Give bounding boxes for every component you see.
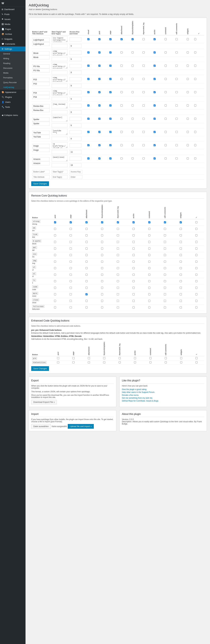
sidebar-item-addquicktag[interactable]: AddQuicktag (0, 85, 25, 90)
rc-checkbox-page-ol[interactable] (70, 274, 72, 276)
quicktag-checkbox-all-spoiler[interactable] (194, 118, 196, 120)
quicktag-checkbox-widgets-movie[interactable] (187, 52, 189, 54)
quicktag-checkbox-tinymcetemplates-image[interactable] (132, 144, 134, 146)
rc-checkbox-tinymcetemplates-link[interactable] (101, 234, 103, 236)
quicktag-label-input-ps3[interactable] (32, 78, 50, 82)
rc-checkbox-post-more[interactable] (54, 293, 56, 295)
quicktag-checkbox-archiv-image[interactable] (154, 144, 156, 146)
quicktag-order-input-movie[interactable] (69, 57, 81, 61)
rc-checkbox-post-fullscreen[interactable] (54, 306, 56, 308)
rc-checkbox-deprecated_log-ul[interactable] (117, 267, 119, 269)
rc-checkbox-tinymcetemplates-b-quote[interactable] (101, 241, 103, 243)
quicktag-checkbox-comment-movie[interactable] (165, 52, 167, 54)
new-end-tag-input[interactable] (52, 175, 68, 179)
quicktag-start-textarea-amazon[interactable] (52, 155, 68, 162)
rc-checkbox-deprecated_log-code[interactable] (117, 287, 119, 289)
quicktag-checkbox-archiv-ps4[interactable] (154, 91, 156, 93)
quicktag-label-input-review_box[interactable] (32, 104, 50, 108)
quicktag-checkbox-deprecated_log-youtube[interactable] (143, 131, 145, 133)
quicktag-start-textarea-ps4[interactable] (52, 89, 68, 95)
rc-checkbox-post-ol[interactable] (54, 274, 56, 276)
quicktag-checkbox-widgets-review_box[interactable] (187, 104, 189, 106)
quicktag-title-input-review_box[interactable] (32, 108, 50, 112)
quicktag-access-input-youtube[interactable] (69, 130, 81, 134)
rc-checkbox-attachment-b-quote[interactable] (85, 241, 88, 243)
rc-checkbox-deprecated_log-li[interactable] (117, 280, 119, 282)
rc-checkbox-deprecated_log-close[interactable] (117, 300, 119, 302)
rc-checkbox-comment-ins[interactable] (148, 254, 150, 256)
new-title-attr-input[interactable] (32, 175, 50, 179)
sidebar-item-settings[interactable]: ⚙ Settings (0, 46, 25, 52)
quicktag-checkbox-deprecated_log-amazon[interactable] (143, 158, 145, 160)
quicktag-checkbox-deprecated_log-ps3[interactable] (143, 78, 145, 80)
quicktag-checkbox-edit_comments-movie[interactable] (176, 52, 178, 54)
quicktag-access-input-ps3[interactable] (69, 77, 81, 81)
quicktag-checkbox-tinymcetemplates-ps_vita[interactable] (132, 65, 134, 67)
quicktag-checkbox-comment-ps4[interactable] (165, 91, 167, 93)
quicktag-checkbox-archiv-ps3[interactable] (154, 78, 156, 80)
quicktag-label-input-ps_vita[interactable] (32, 64, 50, 68)
rc-checkbox-post-li[interactable] (54, 280, 56, 282)
like-plugin-link-4[interactable]: GitHub Repo for Contribute, Issues & Bug… (122, 400, 205, 402)
quicktag-access-input-review_box[interactable] (69, 104, 81, 108)
quicktag-checkbox-edit_comments-login_logout[interactable] (176, 38, 178, 40)
rc-checkbox-widgets-more[interactable] (180, 293, 182, 295)
quicktag-checkbox-edit_comments-amazon[interactable] (176, 158, 178, 160)
rc-checkbox-tinymcetemplates-fullscreen[interactable] (101, 306, 103, 308)
quicktag-checkbox-archiv-ps_vita[interactable] (154, 65, 156, 67)
sidebar-item-tools[interactable]: 🔧 Tools (0, 104, 25, 110)
rc-checkbox-widgets-img[interactable] (180, 260, 182, 262)
quicktag-order-input-ps4[interactable] (69, 97, 81, 101)
quicktag-checkbox-deprecated_log-movie[interactable] (143, 52, 145, 54)
rc-checkbox-comment-link[interactable] (148, 234, 150, 236)
quicktag-checkbox-all-amazon[interactable] (194, 158, 196, 160)
quicktag-order-input-youtube[interactable] (69, 137, 81, 141)
quicktag-title-input-amazon[interactable] (32, 162, 50, 165)
quicktag-checkbox-attachment-ps_vita[interactable] (121, 65, 123, 67)
new-start-tag-input[interactable] (52, 170, 68, 174)
rc-checkbox-page-code[interactable] (70, 287, 72, 289)
rc-checkbox-tinymcetemplates-ins[interactable] (101, 254, 103, 256)
rc-checkbox-widgets-del[interactable] (180, 248, 182, 250)
rc-checkbox-page-img[interactable] (70, 260, 72, 262)
quicktag-end-input-ps_vita[interactable] (52, 70, 68, 74)
quicktag-checkbox-comment-login_logout[interactable] (165, 38, 167, 40)
rc-checkbox-post-close[interactable] (54, 300, 56, 302)
quicktag-checkbox-deprecated_log-review_box[interactable] (143, 104, 145, 106)
sidebar-item-general[interactable]: General (0, 52, 25, 56)
quicktag-start-textarea-image[interactable] (52, 142, 68, 148)
rc-checkbox-comment-b-quote[interactable] (148, 241, 150, 243)
rc-checkbox-archiv-code[interactable] (133, 287, 135, 289)
quicktag-title-input-youtube[interactable] (32, 135, 50, 139)
quicktag-checkbox-attachment-spoiler[interactable] (121, 118, 123, 120)
rc-checkbox-page-more[interactable] (70, 293, 72, 295)
sidebar-item-writing[interactable]: Writing (0, 56, 25, 61)
rc-checkbox-archiv-close[interactable] (133, 300, 135, 302)
ec-checkbox-edit_comments-pre[interactable] (165, 357, 167, 359)
quicktag-checkbox-widgets-ps_vita[interactable] (187, 65, 189, 67)
quicktag-checkbox-post-movie[interactable] (98, 52, 100, 54)
rc-checkbox-all-ins[interactable] (195, 254, 198, 256)
like-plugin-link-1[interactable]: Help other users in the Support Forum. (122, 391, 205, 393)
quicktag-checkbox-all-review_box[interactable] (194, 104, 196, 106)
ec-checkbox-comment-pre[interactable] (149, 357, 152, 359)
quicktag-checkbox-all-movie[interactable] (194, 52, 196, 54)
quicktag-checkbox-attachment-image[interactable] (121, 144, 123, 146)
quicktag-checkbox-tinymcetemplates-movie[interactable] (132, 52, 134, 54)
quicktag-checkbox-page-amazon[interactable] (109, 158, 111, 160)
sidebar-item-discussion[interactable]: Discussion (0, 66, 25, 70)
rc-checkbox-attachment-code[interactable] (85, 287, 88, 289)
rc-checkbox-tinymcetemplates-code[interactable] (101, 287, 103, 289)
ec-checkbox-deprecated_log-htmlentities[interactable] (119, 361, 121, 363)
quicktag-checkbox-edit_comments-review_box[interactable] (176, 104, 178, 106)
sidebar-item-dashboard[interactable]: ⊞ Dashboard (0, 7, 25, 12)
quicktag-start-textarea-ps_vita[interactable] (52, 62, 68, 69)
rc-checkbox-deprecated_log-more[interactable] (117, 293, 119, 295)
rc-checkbox-widgets-ol[interactable] (180, 274, 182, 276)
quicktag-order-input-review_box[interactable] (69, 110, 81, 114)
quicktag-checkbox-widgets-youtube[interactable] (187, 131, 189, 133)
rc-checkbox-all-fullscreen[interactable] (195, 306, 198, 308)
quicktag-title-input-spoiler[interactable] (32, 122, 50, 126)
quicktag-checkbox-deprecated_log-ps_vita[interactable] (143, 65, 145, 67)
quicktag-access-input-spoiler[interactable] (69, 117, 81, 121)
